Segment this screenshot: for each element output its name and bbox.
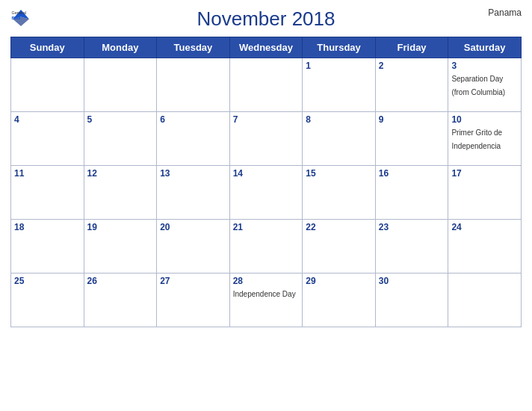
table-row: 9 [375,112,448,166]
day-number: 29 [306,276,372,286]
table-row: 17 [448,166,522,220]
day-number: 2 [379,61,445,71]
day-number: 8 [306,114,372,125]
table-row: 22 [303,220,376,274]
day-number: 27 [160,276,226,286]
day-number: 10 [451,114,518,125]
header-wednesday: Wednesday [229,37,303,58]
table-row: 13 [157,166,230,220]
table-row: 30 [375,274,448,327]
table-row: 23 [375,220,448,274]
calendar-week-row: 11121314151617 [11,166,522,220]
calendar-table: Sunday Monday Tuesday Wednesday Thursday… [10,37,522,327]
table-row: 6 [157,112,230,166]
day-number: 13 [160,168,226,179]
table-row: 16 [375,166,448,220]
table-row [448,274,522,327]
table-row: 12 [84,166,157,220]
calendar-week-row: 123Separation Day (from Columbia) [11,58,522,112]
day-number: 3 [451,61,518,71]
day-number: 11 [14,168,81,179]
calendar-header: General Blue November 2018 Panama [10,7,522,31]
day-number: 19 [87,222,154,232]
table-row: 29 [303,274,376,327]
table-row: 2 [375,58,448,112]
day-number: 18 [14,222,81,232]
table-row: 1 [303,58,376,112]
day-number: 12 [87,168,154,179]
table-row: 27 [157,274,230,327]
table-row: 15 [303,166,376,220]
svg-text:Blue: Blue [12,16,21,20]
day-number: 5 [87,114,154,125]
header-friday: Friday [375,37,448,58]
table-row: 5 [84,112,157,166]
table-row: 19 [84,220,157,274]
calendar-week-row: 18192021222324 [11,220,522,274]
table-row [84,58,157,112]
table-row [229,58,303,112]
table-row: 20 [157,220,230,274]
table-row [11,58,84,112]
svg-text:General: General [12,10,26,15]
day-number: 21 [233,222,300,232]
days-header-row: Sunday Monday Tuesday Wednesday Thursday… [11,37,522,58]
day-number: 15 [306,168,372,179]
table-row: 10Primer Grito de Independencia [448,112,522,166]
day-event: Separation Day (from Columbia) [451,75,505,96]
table-row: 24 [448,220,522,274]
header-sunday: Sunday [11,37,84,58]
day-number: 9 [379,114,445,125]
day-number: 16 [379,168,445,179]
table-row: 7 [229,112,303,166]
calendar-container: General Blue November 2018 Panama Sunday… [0,0,532,411]
table-row: 4 [11,112,84,166]
day-number: 20 [160,222,226,232]
header-saturday: Saturday [448,37,522,58]
day-event: Primer Grito de Independencia [451,129,502,150]
logo-icon: General Blue [10,7,31,28]
day-number: 17 [451,168,518,179]
country-label: Panama [488,7,522,18]
logo: General Blue [10,7,31,28]
header-monday: Monday [84,37,157,58]
table-row: 8 [303,112,376,166]
day-number: 30 [379,276,445,286]
day-number: 6 [160,114,226,125]
table-row: 28Independence Day [229,274,303,327]
calendar-week-row: 25262728Independence Day2930 [11,274,522,327]
day-number: 14 [233,168,300,179]
day-event: Independence Day [233,290,296,298]
calendar-week-row: 45678910Primer Grito de Independencia [11,112,522,166]
day-number: 7 [233,114,300,125]
table-row: 18 [11,220,84,274]
day-number: 22 [306,222,372,232]
table-row: 21 [229,220,303,274]
day-number: 4 [14,114,81,125]
day-number: 26 [87,276,154,286]
day-number: 25 [14,276,81,286]
table-row: 14 [229,166,303,220]
table-row: 26 [84,274,157,327]
header-thursday: Thursday [303,37,376,58]
day-number: 28 [233,276,300,286]
table-row: 3Separation Day (from Columbia) [448,58,522,112]
header-tuesday: Tuesday [157,37,230,58]
day-number: 24 [451,222,518,232]
day-number: 23 [379,222,445,232]
table-row: 11 [11,166,84,220]
day-number: 1 [306,61,372,71]
calendar-title: November 2018 [197,7,335,31]
table-row [157,58,230,112]
table-row: 25 [11,274,84,327]
